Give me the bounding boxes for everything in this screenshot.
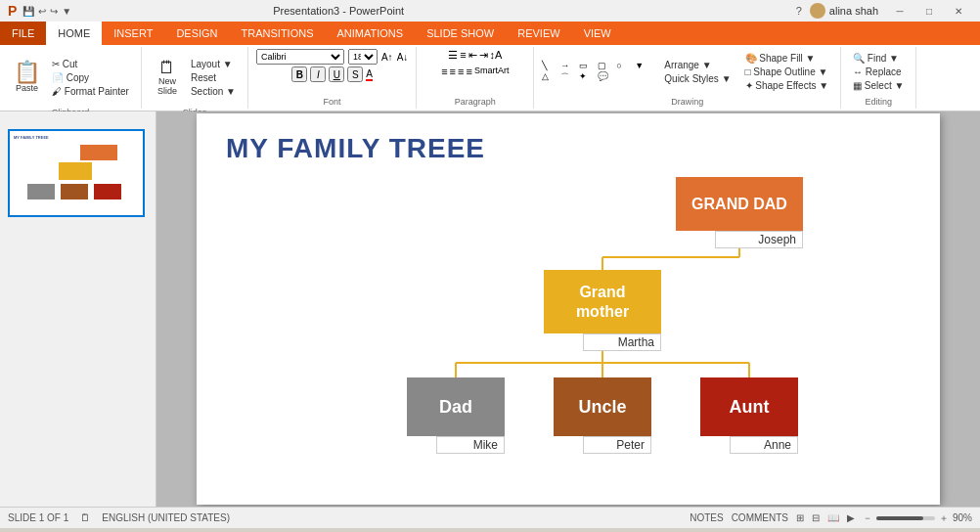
shape-connector[interactable]: ⌒ — [560, 71, 578, 84]
ribbon-content: 📋 Paste ✂ Cut 📄 Copy 🖌 Format Painter Cl… — [0, 45, 980, 111]
maximize-button[interactable]: □ — [915, 0, 943, 22]
undo-icon[interactable]: ↩ — [38, 6, 46, 17]
zoom-in-button[interactable]: ＋ — [939, 511, 949, 525]
comments-button[interactable]: COMMENTS — [732, 512, 788, 523]
shape-more[interactable]: ▼ — [635, 61, 652, 70]
redo-icon[interactable]: ↪ — [50, 6, 58, 17]
minimize-button[interactable]: ─ — [886, 0, 913, 22]
convert-smartart-button[interactable]: SmartArt — [474, 66, 510, 77]
granddad-name: Joseph — [715, 231, 803, 248]
bold-button[interactable]: B — [291, 66, 307, 82]
granddad-label: GRAND DAD — [691, 196, 787, 213]
slide-info: SLIDE 1 OF 1 — [8, 512, 68, 523]
help-icon[interactable]: ? — [796, 5, 802, 17]
replace-button[interactable]: ↔ Replace — [849, 66, 908, 78]
font-grow-button[interactable]: A↑ — [381, 52, 393, 63]
notes-icon[interactable]: 🗒 — [80, 512, 90, 523]
uncle-name: Peter — [583, 436, 651, 454]
node-dad[interactable]: Dad Mike — [407, 377, 505, 454]
reading-view-button[interactable]: 📖 — [827, 512, 839, 523]
zoom-slider[interactable] — [876, 516, 935, 520]
font-size-select[interactable]: 18 — [348, 49, 378, 65]
new-slide-button[interactable]: 🗒 NewSlide — [150, 49, 185, 106]
section-button[interactable]: Section ▼ — [187, 85, 240, 98]
node-aunt[interactable]: Aunt Anne — [700, 377, 798, 454]
increase-indent-button[interactable]: ⇥ — [479, 49, 488, 62]
tab-design[interactable]: DESIGN — [164, 22, 229, 45]
slide-thumbnail[interactable]: MY FAMILY TREEE — [8, 129, 145, 217]
ribbon-group-drawing: ╲ → ▭ ▢ ○ ▼ △ ⌒ ✦ 💬 Arrange ▼ Quick Styl… — [534, 47, 841, 109]
ribbon-group-paragraph: ☰ ≡ ⇤ ⇥ ↕A ≡ ≡ ≡ ≡ SmartArt Paragraph — [417, 47, 534, 109]
select-button[interactable]: ▦ Select ▼ — [849, 79, 908, 92]
shape-effects-button[interactable]: ✦ Shape Effects ▼ — [741, 79, 833, 92]
shape-rounded[interactable]: ▢ — [598, 61, 615, 70]
layout-button[interactable]: Layout ▼ — [187, 58, 240, 70]
cut-button[interactable]: ✂ Cut — [48, 58, 133, 70]
close-button[interactable]: ✕ — [945, 0, 972, 22]
status-bar: SLIDE 1 OF 1 🗒 ENGLISH (UNITED STATES) N… — [0, 507, 980, 528]
user-avatar — [810, 3, 825, 19]
format-painter-button[interactable]: 🖌 Format Painter — [48, 85, 133, 98]
notes-button[interactable]: NOTES — [690, 512, 723, 523]
shape-outline-button[interactable]: □ Shape Outline ▼ — [741, 66, 833, 78]
aunt-box: Aunt — [700, 377, 798, 436]
shape-circle[interactable]: ○ — [616, 61, 634, 70]
shape-callout[interactable]: 💬 — [598, 71, 615, 84]
underline-button[interactable]: U — [329, 66, 344, 82]
bullet-list-button[interactable]: ☰ — [448, 49, 458, 62]
align-center-button[interactable]: ≡ — [450, 66, 456, 77]
tab-file[interactable]: FILE — [0, 22, 46, 45]
slide-sorter-button[interactable]: ⊟ — [812, 512, 820, 523]
tab-animations[interactable]: ANIMATIONS — [326, 22, 416, 45]
tab-home[interactable]: HOME — [46, 22, 102, 45]
text-direction-button[interactable]: ↕A — [490, 49, 503, 62]
font-color-button[interactable]: A — [366, 68, 373, 81]
tab-view[interactable]: VIEW — [572, 22, 623, 45]
drawing-label: Drawing — [671, 95, 703, 107]
shape-star[interactable]: ✦ — [579, 71, 597, 84]
decrease-indent-button[interactable]: ⇤ — [468, 49, 477, 62]
ribbon-tabs: FILE HOME INSERT DESIGN TRANSITIONS ANIM… — [0, 22, 980, 45]
paste-button[interactable]: 📋 Paste — [8, 49, 46, 106]
language-info: ENGLISH (UNITED STATES) — [102, 512, 230, 523]
shape-arrow[interactable]: → — [560, 61, 578, 70]
dad-box: Dad — [407, 377, 505, 436]
node-grandmother[interactable]: Grandmother Martha — [544, 270, 661, 351]
tab-slideshow[interactable]: SLIDE SHOW — [415, 22, 506, 45]
tab-transitions[interactable]: TRANSITIONS — [230, 22, 326, 45]
font-label: Font — [324, 95, 341, 107]
canvas-area: MY FAMILY TREEE G — [156, 111, 980, 507]
strikethrough-button[interactable]: S — [347, 66, 363, 82]
slideshow-button[interactable]: ▶ — [847, 512, 855, 523]
tab-review[interactable]: REVIEW — [506, 22, 571, 45]
numbered-list-button[interactable]: ≡ — [460, 49, 466, 62]
copy-button[interactable]: 📄 Copy — [48, 71, 133, 84]
save-quick-icon[interactable]: 💾 — [22, 6, 34, 17]
slide-canvas[interactable]: MY FAMILY TREEE G — [197, 113, 940, 505]
align-left-button[interactable]: ≡ — [441, 66, 447, 77]
shape-fill-button[interactable]: 🎨 Shape Fill ▼ — [741, 52, 833, 65]
shape-rect[interactable]: ▭ — [579, 61, 597, 70]
font-shrink-button[interactable]: A↓ — [397, 52, 409, 63]
normal-view-button[interactable]: ⊞ — [796, 512, 804, 523]
font-family-select[interactable]: Calibri — [256, 49, 344, 65]
quick-styles-button[interactable]: Quick Styles ▼ — [660, 72, 735, 85]
node-granddad[interactable]: GRAND DAD Joseph — [676, 177, 803, 248]
app-icon: P — [8, 3, 17, 19]
customize-icon[interactable]: ▼ — [62, 6, 71, 17]
node-uncle[interactable]: Uncle Peter — [554, 377, 651, 454]
shape-line[interactable]: ╲ — [542, 61, 559, 70]
tab-insert[interactable]: INSERT — [102, 22, 164, 45]
italic-button[interactable]: I — [310, 66, 326, 82]
dad-name: Mike — [436, 436, 505, 454]
window-controls: ─ □ ✕ — [886, 0, 972, 22]
justify-button[interactable]: ≡ — [466, 66, 471, 77]
align-right-button[interactable]: ≡ — [458, 66, 464, 77]
ribbon-group-slides: 🗒 NewSlide Layout ▼ Reset Section ▼ Slid… — [142, 47, 248, 109]
arrange-button[interactable]: Arrange ▼ — [660, 59, 735, 71]
reset-button[interactable]: Reset — [187, 71, 240, 84]
find-button[interactable]: 🔍 Find ▼ — [849, 52, 908, 65]
zoom-bar: － ＋ 90% — [863, 511, 972, 525]
shape-triangle[interactable]: △ — [542, 71, 559, 84]
zoom-out-button[interactable]: － — [863, 511, 872, 525]
